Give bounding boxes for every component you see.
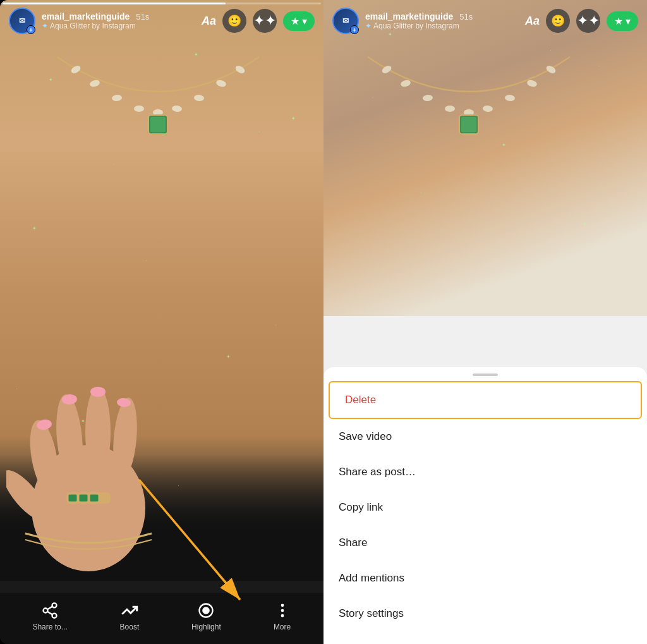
delete-menu-item[interactable]: Delete	[330, 382, 641, 418]
context-menu: Delete Save video Share as post… Copy li…	[324, 367, 647, 644]
filter-label-left: ✦ Aqua Glitter by Instagram	[42, 21, 202, 30]
svg-point-3	[134, 106, 144, 112]
svg-point-5	[172, 105, 183, 112]
svg-point-33	[281, 609, 284, 612]
time-ago-left: 51s	[136, 12, 149, 21]
svg-point-31	[203, 607, 209, 613]
story-top-bar-right: ✉ + email_marketinguide 51s ✦ Aqua Glitt…	[324, 0, 647, 42]
username-right[interactable]: email_marketinguide	[365, 11, 453, 21]
username-left[interactable]: email_marketinguide	[42, 11, 130, 21]
share-icon	[41, 602, 59, 619]
share-as-post-menu-item[interactable]: Share as post…	[324, 454, 647, 490]
svg-point-39	[423, 94, 433, 101]
avatar-icon-right: ✉	[342, 16, 349, 25]
star-icon: ★	[291, 15, 299, 27]
left-story-panel: ✦ ✦ · ✦ · ✦ · ✦ · ✦ · · ✦	[0, 0, 324, 644]
svg-point-27	[52, 614, 57, 618]
filter-name-left: Aqua Glitter	[50, 21, 90, 30]
face-effect-button[interactable]: 🙂	[222, 9, 246, 33]
aa-text-icon-right: Aa	[525, 15, 540, 28]
user-info-right: email_marketinguide 51s ✦ Aqua Glitter b…	[365, 11, 525, 30]
chevron-icon: ▾	[302, 15, 307, 27]
svg-point-2	[112, 94, 123, 101]
avatar-plus-icon: +	[27, 25, 35, 34]
necklace-jewelry-right	[330, 38, 608, 152]
filter-label-right: ✦ Aqua Glitter by Instagram	[365, 21, 525, 30]
story-settings-menu-item[interactable]: Story settings	[324, 596, 647, 631]
svg-point-6	[194, 94, 205, 101]
svg-point-32	[281, 604, 284, 607]
hand-jewelry-area	[6, 356, 196, 578]
boost-action[interactable]: Boost	[120, 602, 140, 631]
highlight-icon	[197, 602, 215, 619]
svg-point-19	[90, 387, 106, 397]
svg-rect-47	[461, 117, 476, 132]
user-info: email_marketinguide 51s ✦ Aqua Glitter b…	[42, 11, 202, 30]
share-to-label: Share to...	[32, 623, 67, 631]
delete-highlight-box: Delete	[329, 381, 642, 419]
story-bottom-bar: Share to... Boost Highlight More	[0, 593, 324, 644]
svg-point-25	[52, 603, 57, 607]
avatar-right[interactable]: ✉ +	[332, 8, 359, 34]
svg-line-29	[47, 607, 52, 610]
add-to-story-button[interactable]: ★ ▾	[283, 11, 315, 31]
more-icon	[274, 602, 291, 619]
svg-rect-10	[150, 117, 166, 132]
star-icon-right: ★	[614, 15, 623, 27]
boost-label: Boost	[120, 623, 140, 631]
right-story-panel: ✦ · · ✦ · ✦ · ✉ + email_marketinguide 51…	[324, 0, 647, 644]
svg-line-28	[47, 612, 52, 615]
chevron-icon-right: ▾	[626, 15, 631, 27]
avatar[interactable]: ✉ +	[9, 8, 35, 34]
svg-rect-22	[68, 494, 77, 502]
highlight-action[interactable]: Highlight	[191, 602, 221, 631]
top-icons-right: Aa 🙂 ✦✦ ★ ▾	[525, 9, 638, 33]
sparkle-icon-right: ✦	[365, 21, 372, 30]
menu-drag-handle[interactable]	[473, 374, 498, 376]
necklace-jewelry	[19, 38, 297, 152]
save-video-menu-item[interactable]: Save video	[324, 419, 647, 454]
add-mentions-menu-item[interactable]: Add mentions	[324, 561, 647, 596]
sparkle-icon-left: ✦	[42, 21, 48, 30]
svg-point-42	[483, 105, 493, 112]
svg-point-40	[445, 106, 455, 112]
more-label: More	[274, 623, 291, 631]
add-to-story-button-right[interactable]: ★ ▾	[607, 11, 638, 31]
avatar-plus-icon-right: +	[350, 25, 359, 34]
filter-by-left: by Instagram	[92, 21, 135, 30]
sparkle-effect-button-right[interactable]: ✦✦	[576, 9, 600, 33]
filter-name-right: Aqua Glitter	[373, 21, 413, 30]
svg-point-34	[281, 614, 284, 617]
boost-icon	[121, 602, 138, 619]
face-effect-button-right[interactable]: 🙂	[546, 9, 570, 33]
svg-rect-23	[79, 494, 88, 502]
highlight-label: Highlight	[191, 623, 221, 631]
filter-by-right: by Instagram	[415, 21, 459, 30]
sparkle-effect-button[interactable]: ✦✦	[253, 9, 277, 33]
svg-point-43	[505, 94, 516, 101]
avatar-icon: ✉	[19, 16, 25, 25]
more-action[interactable]: More	[274, 602, 291, 631]
time-ago-right: 51s	[459, 12, 473, 21]
top-icons-left: Aa 🙂 ✦✦ ★ ▾	[202, 9, 315, 33]
story-background-right: ✦ · · ✦ · ✦ · ✉ + email_marketinguide 51…	[324, 0, 647, 316]
share-to-action[interactable]: Share to...	[32, 602, 67, 631]
svg-rect-24	[90, 494, 99, 502]
share-menu-item[interactable]: Share	[324, 525, 647, 561]
copy-link-menu-item[interactable]: Copy link	[324, 490, 647, 525]
svg-point-26	[44, 609, 48, 613]
aa-text-icon: Aa	[202, 15, 216, 28]
story-top-bar: ✉ + email_marketinguide 51s ✦ Aqua Glitt…	[0, 0, 324, 42]
svg-point-14	[85, 387, 111, 478]
